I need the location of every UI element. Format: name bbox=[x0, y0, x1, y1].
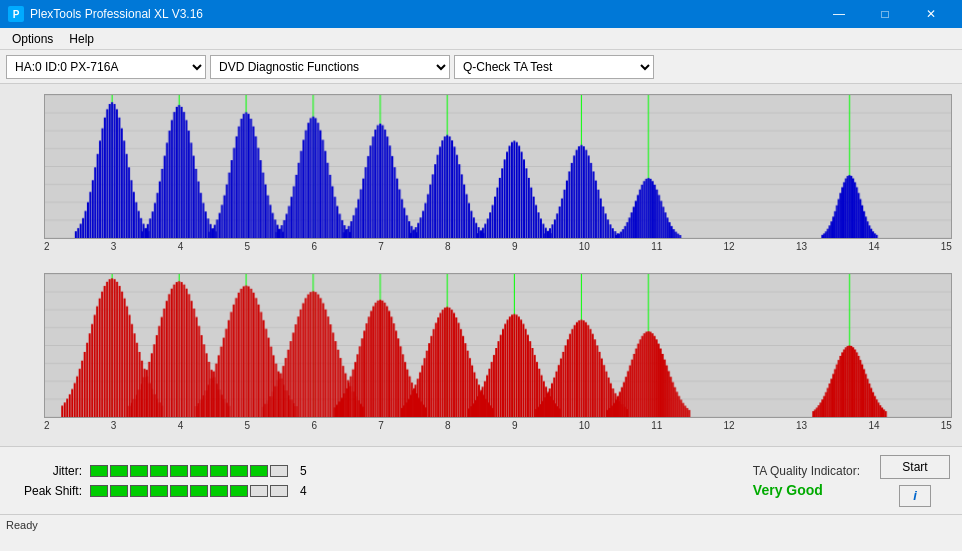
app-title: PlexTools Professional XL V3.16 bbox=[30, 7, 203, 21]
close-button[interactable]: ✕ bbox=[908, 0, 954, 28]
peak-shift-label: Peak Shift: bbox=[12, 484, 82, 498]
top-chart bbox=[44, 94, 952, 239]
start-section: Start i bbox=[860, 455, 950, 507]
jitter-label: Jitter: bbox=[12, 464, 82, 478]
peak-shift-row: Peak Shift: 4 bbox=[12, 484, 713, 498]
bottom-chart bbox=[44, 273, 952, 418]
bottom-chart-x-axis: 23456789101112131415 bbox=[44, 418, 952, 431]
peak-shift-meter bbox=[90, 485, 288, 497]
jitter-row: Jitter: 5 bbox=[12, 464, 713, 478]
ta-quality-section: TA Quality Indicator: Very Good bbox=[713, 464, 860, 498]
ta-quality-label: TA Quality Indicator: bbox=[753, 464, 860, 478]
jitter-meter bbox=[90, 465, 288, 477]
app-icon: P bbox=[8, 6, 24, 22]
jitter-value: 5 bbox=[300, 464, 307, 478]
peak-shift-value: 4 bbox=[300, 484, 307, 498]
status-text: Ready bbox=[6, 519, 38, 531]
charts-area: 4 3.5 3 2.5 2 1.5 1 0.5 0 23456789101112… bbox=[0, 84, 962, 446]
maximize-button[interactable]: □ bbox=[862, 0, 908, 28]
ta-quality-value: Very Good bbox=[753, 482, 823, 498]
minimize-button[interactable]: — bbox=[816, 0, 862, 28]
start-button[interactable]: Start bbox=[880, 455, 950, 479]
toolbar: HA:0 ID:0 PX-716A DVD Diagnostic Functio… bbox=[0, 50, 962, 84]
menu-bar: Options Help bbox=[0, 28, 962, 50]
test-select[interactable]: Q-Check TA Test bbox=[454, 55, 654, 79]
menu-help[interactable]: Help bbox=[61, 30, 102, 48]
top-chart-x-axis: 23456789101112131415 bbox=[44, 239, 952, 252]
window-controls: — □ ✕ bbox=[816, 0, 954, 28]
bottom-panel: Jitter: 5 Peak Shift: bbox=[0, 446, 962, 514]
title-bar: P PlexTools Professional XL V3.16 — □ ✕ bbox=[0, 0, 962, 28]
function-select[interactable]: DVD Diagnostic Functions bbox=[210, 55, 450, 79]
drive-select[interactable]: HA:0 ID:0 PX-716A bbox=[6, 55, 206, 79]
menu-options[interactable]: Options bbox=[4, 30, 61, 48]
status-bar: Ready bbox=[0, 514, 962, 534]
info-button[interactable]: i bbox=[899, 485, 931, 507]
bottom-chart-y-axis: 4 3.5 3 2.5 2 1.5 1 0.5 0 bbox=[0, 267, 2, 442]
metrics-section: Jitter: 5 Peak Shift: bbox=[12, 464, 713, 498]
top-chart-y-axis: 4 3.5 3 2.5 2 1.5 1 0.5 0 bbox=[0, 88, 2, 263]
